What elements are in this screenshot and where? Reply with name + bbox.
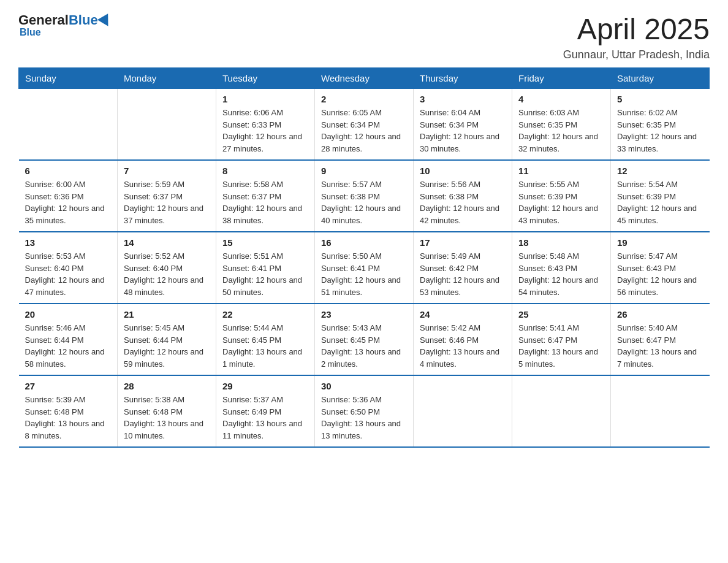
- title-block: April 2025 Gunnaur, Uttar Pradesh, India: [563, 12, 710, 61]
- day-number: 13: [25, 237, 112, 248]
- calendar-cell: [19, 89, 118, 161]
- day-number: 28: [124, 381, 210, 391]
- day-info: Sunrise: 5:55 AMSunset: 6:39 PMDaylight:…: [518, 178, 604, 226]
- calendar-header-sunday: Sunday: [19, 68, 118, 89]
- day-number: 19: [617, 237, 703, 248]
- day-number: 26: [617, 309, 703, 320]
- day-info: Sunrise: 5:45 AMSunset: 6:44 PMDaylight:…: [124, 322, 210, 370]
- logo-general: General: [18, 12, 69, 28]
- calendar-header-thursday: Thursday: [414, 68, 512, 89]
- calendar-cell: 13Sunrise: 5:53 AMSunset: 6:40 PMDayligh…: [19, 232, 118, 304]
- calendar-cell: 29Sunrise: 5:37 AMSunset: 6:49 PMDayligh…: [216, 375, 315, 447]
- day-info: Sunrise: 6:03 AMSunset: 6:35 PMDaylight:…: [518, 107, 604, 155]
- calendar-cell: 5Sunrise: 6:02 AMSunset: 6:35 PMDaylight…: [611, 89, 710, 161]
- day-info: Sunrise: 5:37 AMSunset: 6:49 PMDaylight:…: [222, 394, 308, 442]
- day-number: 27: [25, 381, 112, 391]
- day-number: 16: [321, 237, 407, 248]
- day-info: Sunrise: 5:59 AMSunset: 6:37 PMDaylight:…: [124, 178, 210, 226]
- calendar-week-row: 27Sunrise: 5:39 AMSunset: 6:48 PMDayligh…: [19, 375, 710, 447]
- page-header: General Blue Blue April 2025 Gunnaur, Ut…: [18, 12, 710, 61]
- day-info: Sunrise: 5:53 AMSunset: 6:40 PMDaylight:…: [25, 250, 112, 298]
- day-info: Sunrise: 5:50 AMSunset: 6:41 PMDaylight:…: [321, 250, 407, 298]
- day-number: 30: [321, 381, 407, 391]
- calendar-cell: 1Sunrise: 6:06 AMSunset: 6:33 PMDaylight…: [216, 89, 315, 161]
- day-number: 14: [124, 237, 210, 248]
- day-number: 4: [518, 94, 604, 104]
- calendar-cell: 8Sunrise: 5:58 AMSunset: 6:37 PMDaylight…: [216, 160, 315, 232]
- day-number: 8: [222, 166, 308, 176]
- calendar-week-row: 13Sunrise: 5:53 AMSunset: 6:40 PMDayligh…: [19, 232, 710, 304]
- day-info: Sunrise: 5:42 AMSunset: 6:46 PMDaylight:…: [420, 322, 506, 370]
- day-info: Sunrise: 5:39 AMSunset: 6:48 PMDaylight:…: [25, 394, 112, 442]
- day-info: Sunrise: 5:46 AMSunset: 6:44 PMDaylight:…: [25, 322, 112, 370]
- day-info: Sunrise: 5:56 AMSunset: 6:38 PMDaylight:…: [420, 178, 506, 226]
- calendar-cell: 21Sunrise: 5:45 AMSunset: 6:44 PMDayligh…: [118, 304, 216, 375]
- logo-text: General Blue: [18, 12, 112, 28]
- day-info: Sunrise: 5:48 AMSunset: 6:43 PMDaylight:…: [518, 250, 604, 298]
- calendar-cell: 6Sunrise: 6:00 AMSunset: 6:36 PMDaylight…: [19, 160, 118, 232]
- calendar-cell: 20Sunrise: 5:46 AMSunset: 6:44 PMDayligh…: [19, 304, 118, 375]
- logo-blue-text: Blue: [69, 12, 98, 28]
- day-info: Sunrise: 5:57 AMSunset: 6:38 PMDaylight:…: [321, 178, 407, 226]
- day-info: Sunrise: 6:06 AMSunset: 6:33 PMDaylight:…: [222, 107, 308, 155]
- logo-arrow-icon: [97, 13, 113, 29]
- logo: General Blue Blue: [18, 12, 112, 38]
- day-info: Sunrise: 5:58 AMSunset: 6:37 PMDaylight:…: [222, 178, 308, 226]
- calendar-cell: 23Sunrise: 5:43 AMSunset: 6:45 PMDayligh…: [315, 304, 414, 375]
- calendar-header-wednesday: Wednesday: [315, 68, 414, 89]
- calendar-cell: 4Sunrise: 6:03 AMSunset: 6:35 PMDaylight…: [512, 89, 611, 161]
- day-number: 7: [124, 166, 210, 176]
- day-info: Sunrise: 5:40 AMSunset: 6:47 PMDaylight:…: [617, 322, 703, 370]
- day-number: 11: [518, 166, 604, 176]
- calendar-week-row: 1Sunrise: 6:06 AMSunset: 6:33 PMDaylight…: [19, 89, 710, 161]
- calendar-header-tuesday: Tuesday: [216, 68, 315, 89]
- day-info: Sunrise: 5:41 AMSunset: 6:47 PMDaylight:…: [518, 322, 604, 370]
- location-subtitle: Gunnaur, Uttar Pradesh, India: [563, 48, 710, 61]
- day-number: 23: [321, 309, 407, 320]
- calendar-header-monday: Monday: [118, 68, 216, 89]
- calendar-cell: 16Sunrise: 5:50 AMSunset: 6:41 PMDayligh…: [315, 232, 414, 304]
- calendar-header-row: SundayMondayTuesdayWednesdayThursdayFrid…: [19, 68, 710, 89]
- day-info: Sunrise: 6:05 AMSunset: 6:34 PMDaylight:…: [321, 107, 407, 155]
- day-info: Sunrise: 6:04 AMSunset: 6:34 PMDaylight:…: [420, 107, 506, 155]
- day-info: Sunrise: 6:02 AMSunset: 6:35 PMDaylight:…: [617, 107, 703, 155]
- calendar-cell: 25Sunrise: 5:41 AMSunset: 6:47 PMDayligh…: [512, 304, 611, 375]
- day-info: Sunrise: 5:38 AMSunset: 6:48 PMDaylight:…: [124, 394, 210, 442]
- calendar-table: SundayMondayTuesdayWednesdayThursdayFrid…: [18, 67, 710, 448]
- calendar-cell: 12Sunrise: 5:54 AMSunset: 6:39 PMDayligh…: [611, 160, 710, 232]
- calendar-cell: 27Sunrise: 5:39 AMSunset: 6:48 PMDayligh…: [19, 375, 118, 447]
- calendar-week-row: 6Sunrise: 6:00 AMSunset: 6:36 PMDaylight…: [19, 160, 710, 232]
- calendar-cell: 18Sunrise: 5:48 AMSunset: 6:43 PMDayligh…: [512, 232, 611, 304]
- day-number: 6: [25, 166, 112, 176]
- day-info: Sunrise: 5:44 AMSunset: 6:45 PMDaylight:…: [222, 322, 308, 370]
- calendar-cell: [611, 375, 710, 447]
- day-number: 5: [617, 94, 703, 104]
- day-number: 21: [124, 309, 210, 320]
- calendar-cell: 30Sunrise: 5:36 AMSunset: 6:50 PMDayligh…: [315, 375, 414, 447]
- day-number: 22: [222, 309, 308, 320]
- day-number: 10: [420, 166, 506, 176]
- day-number: 24: [420, 309, 506, 320]
- day-info: Sunrise: 6:00 AMSunset: 6:36 PMDaylight:…: [25, 178, 112, 226]
- calendar-cell: 10Sunrise: 5:56 AMSunset: 6:38 PMDayligh…: [414, 160, 512, 232]
- calendar-cell: 3Sunrise: 6:04 AMSunset: 6:34 PMDaylight…: [414, 89, 512, 161]
- calendar-cell: 2Sunrise: 6:05 AMSunset: 6:34 PMDaylight…: [315, 89, 414, 161]
- calendar-cell: 19Sunrise: 5:47 AMSunset: 6:43 PMDayligh…: [611, 232, 710, 304]
- day-info: Sunrise: 5:49 AMSunset: 6:42 PMDaylight:…: [420, 250, 506, 298]
- calendar-cell: 7Sunrise: 5:59 AMSunset: 6:37 PMDaylight…: [118, 160, 216, 232]
- calendar-cell: 24Sunrise: 5:42 AMSunset: 6:46 PMDayligh…: [414, 304, 512, 375]
- calendar-cell: [512, 375, 611, 447]
- day-number: 12: [617, 166, 703, 176]
- calendar-header-friday: Friday: [512, 68, 611, 89]
- day-number: 2: [321, 94, 407, 104]
- day-info: Sunrise: 5:52 AMSunset: 6:40 PMDaylight:…: [124, 250, 210, 298]
- calendar-cell: 14Sunrise: 5:52 AMSunset: 6:40 PMDayligh…: [118, 232, 216, 304]
- day-info: Sunrise: 5:51 AMSunset: 6:41 PMDaylight:…: [222, 250, 308, 298]
- day-number: 25: [518, 309, 604, 320]
- calendar-cell: 15Sunrise: 5:51 AMSunset: 6:41 PMDayligh…: [216, 232, 315, 304]
- calendar-cell: 11Sunrise: 5:55 AMSunset: 6:39 PMDayligh…: [512, 160, 611, 232]
- day-info: Sunrise: 5:54 AMSunset: 6:39 PMDaylight:…: [617, 178, 703, 226]
- calendar-week-row: 20Sunrise: 5:46 AMSunset: 6:44 PMDayligh…: [19, 304, 710, 375]
- calendar-cell: 22Sunrise: 5:44 AMSunset: 6:45 PMDayligh…: [216, 304, 315, 375]
- calendar-cell: 28Sunrise: 5:38 AMSunset: 6:48 PMDayligh…: [118, 375, 216, 447]
